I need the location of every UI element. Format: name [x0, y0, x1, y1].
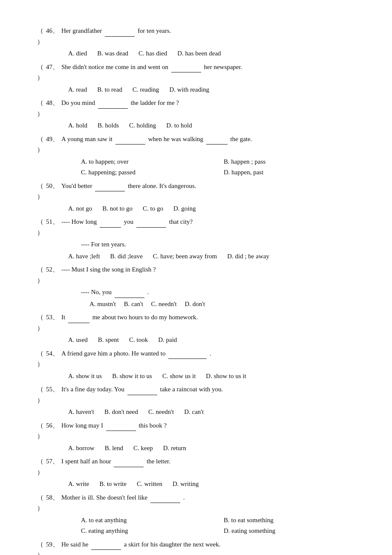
question-57: （ ） 57、 I spent half an hour the letter.… [34, 456, 358, 490]
q47-opt-c: C. reading [133, 84, 159, 95]
q58-opt-d: D. eating something [224, 526, 358, 537]
q54-opt-d: D. show to us it [206, 371, 246, 382]
question-47: （ ） 47、 She didn't notice me come in and… [34, 62, 358, 95]
q46-num: 46、 [46, 26, 61, 37]
question-49: （ ） 49、 A young man saw it when he was w… [34, 134, 358, 178]
q53-text: It me about two hours to do my homework. [61, 312, 358, 323]
q47-paren: （ ） [34, 62, 46, 84]
question-58: （ ） 58、 Mother is ill. She doesn't feel … [34, 492, 358, 537]
q49-num: 49、 [46, 134, 61, 145]
q50-options: A. not go B. not to go C. to go D. going [34, 203, 358, 214]
question-59: （ ） 59、 He said he a skirt for his daugh… [34, 539, 358, 555]
q49-paren: （ ） [34, 134, 46, 156]
q48-opt-c: C. holding [129, 120, 156, 131]
q49-opt-a: A. to happen; over [81, 156, 215, 168]
q51-text: ---- How long you that city? [61, 217, 358, 228]
q51-sub1: ---- For ten years. [34, 239, 358, 250]
q52-options: A. mustn't B. can't C. needn't D. don't [34, 299, 358, 310]
q56-opt-a: A. borrow [68, 443, 95, 454]
q48-opt-b: B. holds [98, 120, 119, 131]
q58-opt-b: B. to eat something [224, 515, 358, 526]
q53-opt-c: C. took [129, 335, 148, 346]
q52-opt-d: D. don't [185, 301, 205, 307]
q50-opt-c: C. to go [143, 203, 163, 214]
q57-opt-b: B. to write [99, 479, 127, 490]
question-55: （ ） 55、 It's a fine day today. You take … [34, 384, 358, 418]
q53-opt-b: B. spent [98, 335, 119, 346]
q53-opt-a: A. used [68, 335, 88, 346]
q57-opt-d: D. writing [173, 479, 199, 490]
q49-text: A young man saw it when he was walking t… [61, 134, 358, 145]
q54-opt-a: A. show it us [68, 371, 102, 382]
q57-options: A. write B. to write C. written D. writi… [34, 479, 358, 490]
q58-text: Mother is ill. She doesn't feel like . [61, 492, 358, 503]
question-46: （ ） 46、 Her grandfather for ten years. A… [34, 26, 358, 59]
q54-num: 54、 [46, 348, 61, 359]
question-53: （ ） 53、 It me about two hours to do my h… [34, 312, 358, 346]
q51-opt-a: A. have ;left [68, 251, 100, 262]
q46-opt-a: A. died [68, 48, 87, 59]
q59-text: He said he a skirt for his daughter the … [61, 539, 358, 550]
q50-opt-a: A. not go [68, 203, 92, 214]
q52-opt-a: A. mustn't [89, 301, 116, 307]
question-54: （ ） 54、 A friend gave him a photo. He wa… [34, 348, 358, 382]
q54-opt-b: B. show it to us [112, 371, 152, 382]
q52-sub1: ---- No, you . [34, 287, 358, 298]
q55-opt-d: D. can't [184, 407, 204, 418]
q46-opt-c: C. has died [138, 48, 167, 59]
q47-num: 47、 [46, 62, 61, 73]
question-52: （ ） 52、 ---- Must I sing the song in Eng… [34, 264, 358, 309]
q49-opt-d: D. happen, past [224, 167, 358, 178]
q48-num: 48、 [46, 98, 61, 109]
question-50: （ ） 50、 You'd better there alone. It's d… [34, 181, 358, 214]
q56-paren: （ ） [34, 420, 46, 442]
q54-opt-c: C. show us it [162, 371, 196, 382]
q48-paren: （ ） [34, 98, 46, 119]
q57-text: I spent half an hour the letter. [61, 456, 358, 467]
q58-options: A. to eat anything B. to eat something C… [34, 515, 358, 537]
q50-paren: （ ） [34, 181, 46, 202]
q48-options: A. hold B. holds C. holding D. to hold [34, 120, 358, 131]
q57-opt-c: C. written [137, 479, 162, 490]
q51-opt-b: B. did ;leave [110, 251, 143, 262]
q53-paren: （ ） [34, 312, 46, 334]
q52-opt-c: C. needn't [151, 301, 177, 307]
q49-options: A. to happen; over B. happen ; pass C. h… [34, 156, 358, 178]
q52-text: ---- Must I sing the song in English ? [61, 264, 358, 275]
question-48: （ ） 48、 Do you mind the ladder for me ? … [34, 98, 358, 131]
q55-opt-b: B. don't need [104, 407, 138, 418]
q51-paren: （ ） [34, 217, 46, 238]
q59-num: 59、 [46, 539, 61, 550]
q55-opt-a: A. haven't [68, 407, 94, 418]
q47-opt-a: A. read [68, 84, 87, 95]
q46-text: Her grandfather for ten years. [61, 26, 358, 37]
q51-options: A. have ;left B. did ;leave C. have; bee… [34, 251, 358, 262]
q50-text: You'd better there alone. It's dangerous… [61, 181, 358, 192]
q57-opt-a: A. write [68, 479, 89, 490]
q52-opt-b: B. can't [124, 301, 143, 307]
q53-opt-d: D. paid [158, 335, 177, 346]
q52-paren: （ ） [34, 264, 46, 286]
q55-options: A. haven't B. don't need C. needn't D. c… [34, 407, 358, 418]
q55-text: It's a fine day today. You take a rainco… [61, 384, 358, 395]
q46-options: A. died B. was dead C. has died D. has b… [34, 48, 358, 59]
q56-options: A. borrow B. lend C. keep D. return [34, 443, 358, 454]
q50-opt-b: B. not to go [102, 203, 133, 214]
q46-opt-b: B. was dead [97, 48, 128, 59]
q54-options: A. show it us B. show it to us C. show u… [34, 371, 358, 382]
q46-paren: （ ） [34, 26, 46, 47]
q58-num: 58、 [46, 492, 61, 503]
q47-text: She didn't notice me come in and went on… [61, 62, 358, 73]
q50-num: 50、 [46, 181, 61, 192]
q56-opt-d: D. return [163, 443, 186, 454]
q55-opt-c: C. needn't [148, 407, 174, 418]
exam-content: （ ） 46、 Her grandfather for ten years. A… [34, 26, 358, 555]
q53-options: A. used B. spent C. took D. paid [34, 335, 358, 346]
q55-num: 55、 [46, 384, 61, 395]
q54-text: A friend gave him a photo. He wanted to … [61, 348, 358, 359]
q58-paren: （ ） [34, 492, 46, 514]
q56-num: 56、 [46, 420, 61, 431]
q48-opt-d: D. to hold [166, 120, 192, 131]
q59-paren: （ ） [34, 539, 46, 555]
q46-opt-d: D. has been dead [177, 48, 221, 59]
